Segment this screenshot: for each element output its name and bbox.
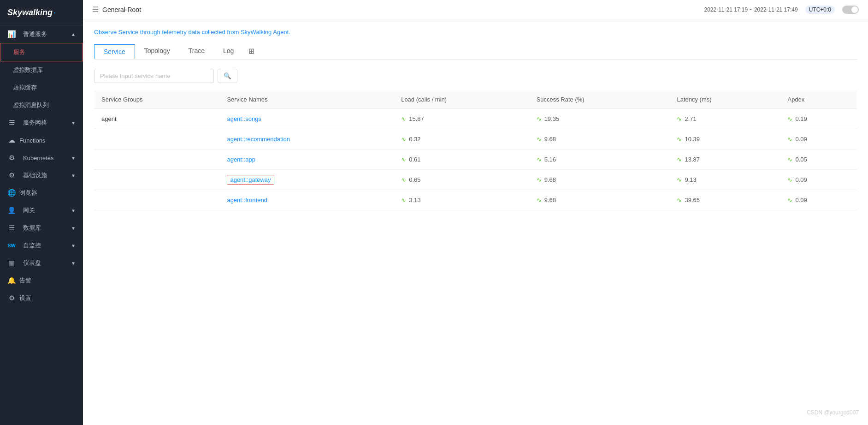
table-row: agent::gateway∿0.65∿9.68∿9.13∿0.09	[94, 170, 857, 190]
sidebar-group-infra-label: 基础设施	[23, 171, 47, 180]
sidebar-item-alarm-label: 告警	[19, 276, 31, 285]
sidebar-item-browser[interactable]: 🌐 浏览器	[0, 184, 83, 202]
trend-icon: ∿	[537, 156, 542, 163]
content-area: Observe Service through telemetry data c…	[83, 19, 868, 425]
cell-service-name: agent::recommendation	[219, 129, 394, 150]
sidebar: Sky walking · 📊 普通服务 ▲ 服务 虚拟数据库 虚拟缓存 虚拟消…	[0, 0, 83, 425]
service-link[interactable]: agent::frontend	[227, 197, 267, 204]
col-service-names: Service Names	[219, 90, 394, 109]
sidebar-group-gateway[interactable]: 👤 网关 ▼	[0, 202, 83, 219]
apdex-value: 0.05	[795, 156, 807, 163]
trend-icon: ∿	[787, 176, 792, 183]
trend-icon: ∿	[677, 156, 682, 163]
gateway-icon: 👤	[7, 206, 16, 215]
trend-icon: ∿	[677, 197, 682, 204]
sidebar-item-service[interactable]: 服务	[0, 43, 83, 61]
toggle-switch[interactable]	[842, 6, 859, 14]
sidebar-item-service-label: 服务	[13, 48, 25, 56]
sidebar-item-settings[interactable]: ⚙ 设置	[0, 289, 83, 307]
tab-trace[interactable]: Trace	[179, 43, 214, 59]
sidebar-group-selfmonitor-label: 自监控	[23, 241, 41, 250]
cell-load: ∿3.13	[394, 190, 529, 210]
trend-icon: ∿	[401, 176, 406, 183]
sidebar-group-dashboard[interactable]: ▦ 仪表盘 ▼	[0, 254, 83, 272]
sidebar-group-service-mesh[interactable]: ☰ 服务网格 ▼	[0, 114, 83, 132]
breadcrumb: General-Root	[102, 6, 141, 13]
load-value: 0.32	[409, 136, 420, 143]
cell-latency: ∿2.71	[669, 109, 780, 129]
service-link[interactable]: agent::gateway	[227, 175, 274, 185]
sidebar-group-general-service[interactable]: 📊 普通服务 ▲	[0, 25, 83, 43]
browser-icon: 🌐	[7, 189, 16, 197]
sidebar-group-infra[interactable]: ⚙ 基础设施 ▼	[0, 167, 83, 184]
cell-service-name: agent::app	[219, 150, 394, 170]
load-value: 0.65	[409, 176, 420, 183]
chevron-down-icon6: ▼	[71, 243, 76, 248]
time-range: 2022-11-21 17:19 ~ 2022-11-21 17:49	[704, 6, 797, 13]
settings-icon: ⚙	[7, 294, 16, 302]
trend-icon: ∿	[677, 115, 682, 122]
cell-apdex: ∿0.09	[780, 170, 857, 190]
sidebar-item-virtual-mq-label: 虚拟消息队列	[13, 101, 49, 109]
sidebar-item-settings-label: 设置	[19, 294, 31, 302]
cell-latency: ∿13.87	[669, 150, 780, 170]
cell-service-group: agent	[94, 109, 219, 129]
tab-topology[interactable]: Topology	[135, 43, 179, 59]
sidebar-item-virtual-mq[interactable]: 虚拟消息队列	[0, 96, 83, 114]
success-rate-value: 9.68	[544, 176, 556, 183]
table-icon[interactable]: ⊞	[243, 43, 260, 59]
cell-service-group	[94, 129, 219, 150]
trend-icon: ∿	[787, 136, 792, 143]
service-link[interactable]: agent::app	[227, 156, 255, 163]
sidebar-group-database[interactable]: ☰ 数据库 ▼	[0, 219, 83, 237]
trend-icon: ∿	[677, 136, 682, 143]
tabs: Service Topology Trace Log ⊞	[94, 43, 857, 60]
apdex-value: 0.09	[795, 136, 807, 143]
cell-apdex: ∿0.09	[780, 190, 857, 210]
cell-success-rate: ∿5.16	[529, 150, 670, 170]
success-rate-value: 19.35	[544, 115, 560, 122]
menu-icon[interactable]: ☰	[92, 5, 99, 14]
col-success-rate: Success Rate (%)	[529, 90, 670, 109]
service-table: Service Groups Service Names Load (calls…	[94, 90, 857, 210]
trend-icon: ∿	[537, 176, 542, 183]
cell-load: ∿15.87	[394, 109, 529, 129]
trend-icon: ∿	[677, 176, 682, 183]
search-button[interactable]: 🔍	[218, 69, 237, 83]
dashboard-icon: ▦	[7, 259, 16, 267]
sidebar-item-functions[interactable]: ☁ Functions	[0, 132, 83, 149]
sidebar-group-k8s-label: Kubernetes	[23, 155, 54, 162]
sidebar-group-kubernetes[interactable]: ⚙ Kubernetes ▼	[0, 149, 83, 167]
tab-service[interactable]: Service	[94, 44, 135, 59]
trend-icon: ∿	[401, 156, 406, 163]
chevron-down-icon4: ▼	[71, 208, 76, 213]
load-value: 15.87	[409, 115, 424, 122]
tab-log[interactable]: Log	[214, 43, 243, 59]
chevron-down-icon3: ▼	[71, 173, 76, 178]
sidebar-item-virtual-db[interactable]: 虚拟数据库	[0, 61, 83, 79]
page-description: Observe Service through telemetry data c…	[94, 29, 857, 36]
cell-apdex: ∿0.05	[780, 150, 857, 170]
mesh-icon: ☰	[7, 119, 16, 127]
search-icon: 🔍	[224, 72, 231, 79]
sidebar-logo: Sky walking ·	[0, 0, 83, 25]
sidebar-group-db-label: 数据库	[23, 224, 41, 232]
sidebar-item-functions-label: Functions	[19, 137, 45, 144]
latency-value: 39.65	[685, 197, 700, 204]
search-input[interactable]	[94, 69, 214, 83]
chevron-down-icon7: ▼	[71, 261, 76, 266]
utc-badge: UTC+0:0	[805, 6, 835, 14]
trend-icon: ∿	[537, 115, 542, 122]
service-link[interactable]: agent::songs	[227, 115, 261, 122]
load-value: 0.61	[409, 156, 420, 163]
sidebar-item-virtual-cache[interactable]: 虚拟缓存	[0, 79, 83, 96]
search-bar: 🔍	[94, 69, 857, 83]
sidebar-group-self-monitor[interactable]: SW 自监控 ▼	[0, 237, 83, 254]
sidebar-group-mesh-label: 服务网格	[23, 119, 47, 127]
sidebar-item-alarm[interactable]: 🔔 告警	[0, 272, 83, 289]
chevron-down-icon2: ▼	[71, 156, 76, 161]
trend-icon: ∿	[537, 136, 542, 143]
service-link[interactable]: agent::recommendation	[227, 136, 290, 143]
logo-dot: ·	[53, 6, 56, 18]
cell-apdex: ∿0.19	[780, 109, 857, 129]
